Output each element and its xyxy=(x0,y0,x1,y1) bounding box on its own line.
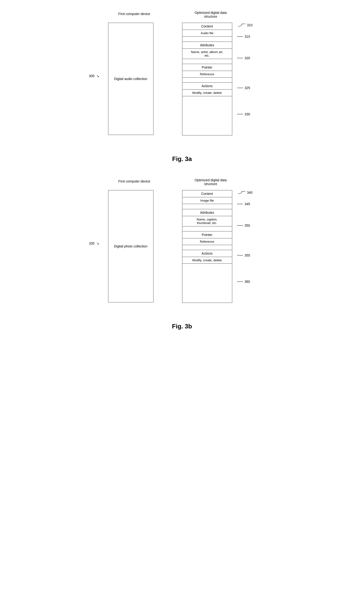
fig3a-caption: Fig. 3a xyxy=(172,155,192,163)
section-actions-3b: Actions Modify, create, delete xyxy=(182,250,232,264)
ref345: 345 xyxy=(237,202,250,206)
ref360: 360 xyxy=(237,280,250,283)
bracket-310 xyxy=(237,23,247,27)
section-content-3b: Content Image file xyxy=(182,190,232,204)
bracket-350 xyxy=(237,224,244,227)
bracket-360 xyxy=(237,280,244,283)
fig3b-caption: Fig. 3b xyxy=(172,323,192,330)
bracket-315 xyxy=(237,35,244,38)
data-struct-box-3b: Content Image file Attributes Name, capt… xyxy=(182,190,232,303)
bracket-345 xyxy=(237,202,244,206)
device-box-3b: Digital photo collection xyxy=(108,190,154,302)
content-body-3b: Image file xyxy=(182,197,232,204)
ref340: 340 xyxy=(237,190,253,195)
bracket-340 xyxy=(237,190,247,195)
diagram-3b: First computer device Optimized digital … xyxy=(75,177,289,316)
attributes-header-3b: Attributes xyxy=(182,209,232,216)
bracket-330 xyxy=(237,112,244,116)
device-content-3b: Digital photo collection xyxy=(114,244,147,249)
actions-body-3b: Modify, create, delete xyxy=(182,257,232,263)
bracket-320 xyxy=(237,56,244,60)
data-struct-label-3b: Optimized digital data structure xyxy=(187,178,235,186)
pointer-body-3b: Reference xyxy=(182,238,232,245)
ref320: 320 xyxy=(237,56,250,60)
attributes-body-3a: Name, artist, album art, etc. xyxy=(182,49,232,59)
attributes-header-3a: Attributes xyxy=(182,42,232,49)
ref310: 310 xyxy=(237,23,253,27)
page-container: First computer device Optimized digital … xyxy=(0,0,364,605)
content-header-3a: Content xyxy=(182,23,232,30)
device-box-3a: Digital audio collection xyxy=(108,23,154,135)
data-struct-box-3a: Content Audio file Attributes Name, arti… xyxy=(182,23,232,135)
data-struct-label-3a: Optimized digital data structure xyxy=(187,11,235,18)
ref315: 315 xyxy=(237,35,250,39)
ref355: 355 xyxy=(237,254,250,257)
first-device-label-3b: First computer device xyxy=(113,179,156,183)
section-actions-3a: Actions Modify, create, delete xyxy=(182,82,232,96)
pointer-header-3a: Pointer xyxy=(182,64,232,71)
section-pointer-3a: Pointer Reference xyxy=(182,64,232,78)
figure-3b-section: First computer device Optimized digital … xyxy=(0,177,364,330)
content-header-3b: Content xyxy=(182,190,232,197)
first-device-label-3a: First computer device xyxy=(113,12,156,16)
actions-header-3b: Actions xyxy=(182,250,232,257)
ref330: 330 xyxy=(237,112,250,116)
device-content-3a: Digital audio collection xyxy=(114,76,147,81)
ref305-label: 305 ↘ xyxy=(89,74,99,78)
section-attributes-3b: Attributes Name, caption, thumbnail, etc… xyxy=(182,209,232,227)
attributes-body-3b: Name, caption, thumbnail, etc. xyxy=(182,216,232,226)
actions-body-3a: Modify, create, delete xyxy=(182,90,232,96)
section-attributes-3a: Attributes Name, artist, album art, etc. xyxy=(182,41,232,59)
content-body-3a: Audio file xyxy=(182,30,232,36)
pointer-header-3b: Pointer xyxy=(182,231,232,238)
ref350: 350 xyxy=(237,224,250,227)
ref325: 325 xyxy=(237,86,250,90)
pointer-body-3a: Reference xyxy=(182,71,232,77)
bracket-355 xyxy=(237,254,244,257)
figure-3a-section: First computer device Optimized digital … xyxy=(0,10,364,163)
section-content-3a: Content Audio file xyxy=(182,23,232,37)
bracket-325 xyxy=(237,86,244,90)
section-pointer-3b: Pointer Reference xyxy=(182,231,232,245)
actions-header-3a: Actions xyxy=(182,83,232,90)
diagram-3a: First computer device Optimized digital … xyxy=(75,10,289,148)
ref335-label: 335 ↘ xyxy=(89,242,99,245)
